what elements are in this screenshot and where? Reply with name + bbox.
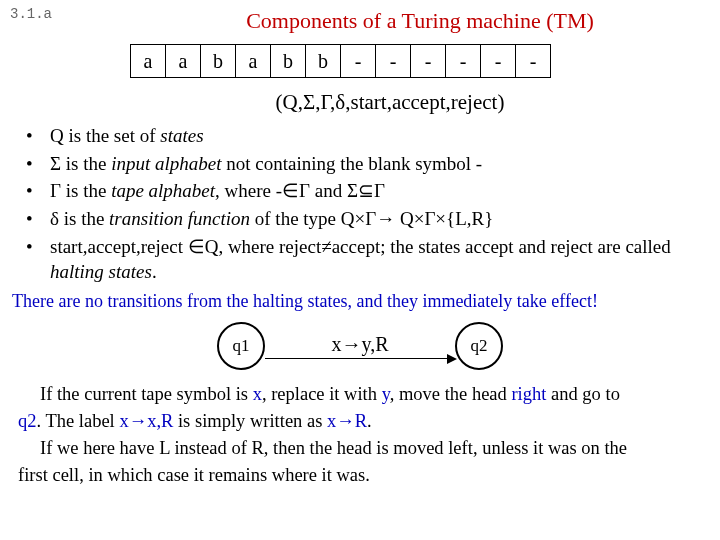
tape-cell: - <box>480 44 515 78</box>
explain-line: first cell, in which case it remains whe… <box>18 463 702 488</box>
tape-cell: a <box>235 44 270 78</box>
bullet-list: •Q is the set of states•Σ is the input a… <box>26 123 700 285</box>
explain-line: If the current tape symbol is x, replace… <box>18 382 702 407</box>
tape-row: aababb------ <box>130 44 720 78</box>
slide-title: Components of a Turing machine (TM) <box>120 8 720 34</box>
halting-note: There are no transitions from the haltin… <box>12 291 708 312</box>
tape-cell: - <box>340 44 375 78</box>
transition-edge: x→y,R <box>265 333 455 359</box>
bullet-item: •δ is the transition function of the typ… <box>26 206 700 232</box>
explanation-text: If the current tape symbol is x, replace… <box>18 382 702 488</box>
tape-cell: b <box>200 44 235 78</box>
tape-cell: b <box>305 44 340 78</box>
transition-diagram: q1 x→y,R q2 <box>0 322 720 370</box>
bullet-item: •Σ is the input alphabet not containing … <box>26 151 700 177</box>
tape-cell: b <box>270 44 305 78</box>
state-q1: q1 <box>217 322 265 370</box>
tape-cell: - <box>445 44 480 78</box>
bullet-item: •start,accept,reject ∈Q, where reject≠ac… <box>26 234 700 285</box>
edge-arrow <box>265 358 455 359</box>
tape-cell: - <box>515 44 551 78</box>
explain-line: q2. The label x→x,R is simply written as… <box>18 409 702 434</box>
tape-cell: a <box>130 44 165 78</box>
slide-number: 3.1.a <box>10 6 52 22</box>
tape-cell: - <box>375 44 410 78</box>
explain-line: If we here have L instead of R, then the… <box>18 436 702 461</box>
tape-cell: a <box>165 44 200 78</box>
tm-tuple: (Q,Σ,Γ,δ,start,accept,reject) <box>60 90 720 115</box>
bullet-item: •Γ is the tape alphabet, where -∈Γ and Σ… <box>26 178 700 204</box>
edge-label: x→y,R <box>265 333 455 356</box>
state-q2: q2 <box>455 322 503 370</box>
tape-cell: - <box>410 44 445 78</box>
bullet-item: •Q is the set of states <box>26 123 700 149</box>
